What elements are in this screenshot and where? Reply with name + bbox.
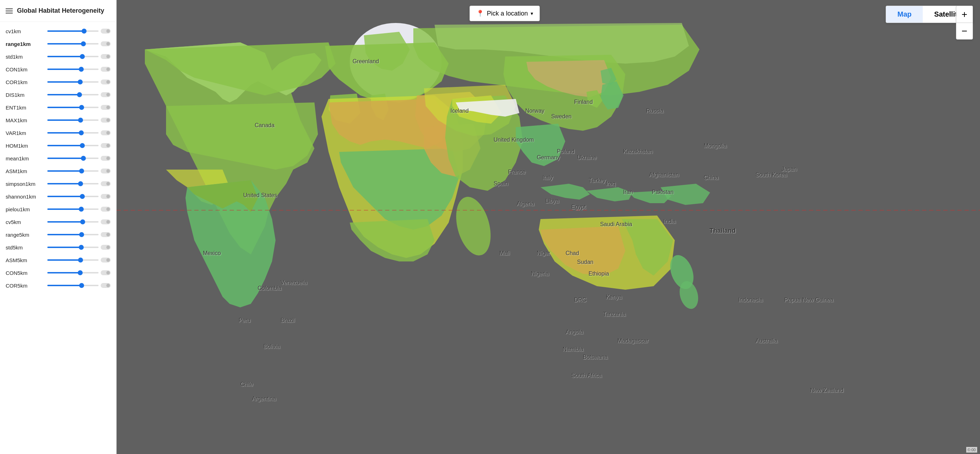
layer-row-mean1km[interactable]: mean1km [0, 152, 116, 165]
slider-thumb-pielou1km[interactable] [79, 207, 84, 212]
map-background: GreenlandCanadaUnited StatesMexicoColomb… [116, 0, 980, 454]
slider-thumb-std5km[interactable] [79, 245, 84, 250]
map-area[interactable]: GreenlandCanadaUnited StatesMexicoColomb… [116, 0, 980, 454]
slider-fill-MAX1km [47, 119, 81, 121]
slider-thumb-std1km[interactable] [80, 54, 85, 59]
slider-end-VAR1km[interactable] [101, 131, 111, 135]
slider-thumb-range5km[interactable] [79, 232, 84, 237]
slider-end-range1km[interactable] [101, 41, 111, 46]
slider-end-range5km[interactable] [101, 232, 111, 237]
slider-track-cv5km[interactable] [47, 221, 99, 223]
slider-track-CON1km[interactable] [47, 68, 99, 70]
layer-row-HOM1km[interactable]: HOM1km [0, 139, 116, 152]
slider-end-CON5km[interactable] [101, 270, 111, 275]
slider-end-HOM1km[interactable] [101, 143, 111, 148]
slider-end-ASM1km[interactable] [101, 169, 111, 174]
layer-row-simpson1km[interactable]: simpson1km [0, 177, 116, 190]
slider-track-VAR1km[interactable] [47, 132, 99, 134]
slider-end-COR5km[interactable] [101, 283, 111, 288]
layer-row-COR5km[interactable]: COR5km [0, 279, 116, 292]
slider-track-std1km[interactable] [47, 56, 99, 57]
slider-end-MAX1km[interactable] [101, 118, 111, 123]
slider-track-HOM1km[interactable] [47, 145, 99, 146]
slider-track-CON5km[interactable] [47, 272, 99, 274]
slider-thumb-COR1km[interactable] [78, 80, 83, 84]
slider-track-simpson1km[interactable] [47, 183, 99, 185]
layer-label-COR1km: COR1km [6, 79, 45, 85]
slider-track-COR1km[interactable] [47, 81, 99, 83]
slider-thumb-COR5km[interactable] [79, 283, 84, 288]
slider-thumb-shannon1km[interactable] [80, 194, 85, 199]
layer-row-ASM1km[interactable]: ASM1km [0, 165, 116, 177]
slider-container-shannon1km [47, 194, 111, 199]
slider-end-shannon1km[interactable] [101, 194, 111, 199]
slider-end-mean1km[interactable] [101, 156, 111, 161]
layer-row-VAR1km[interactable]: VAR1km [0, 126, 116, 139]
pick-location-button[interactable]: 📍 Pick a location ▾ [469, 6, 540, 21]
zoom-out-button[interactable]: − [956, 22, 973, 40]
layer-row-cv1km[interactable]: cv1km [0, 25, 116, 37]
slider-end-ASM5km[interactable] [101, 258, 111, 263]
slider-end-ENT1km[interactable] [101, 105, 111, 110]
slider-thumb-VAR1km[interactable] [79, 131, 84, 135]
slider-thumb-MAX1km[interactable] [78, 118, 83, 123]
slider-thumb-CON1km[interactable] [79, 67, 84, 72]
slider-end-DIS1km[interactable] [101, 92, 111, 97]
slider-container-pielou1km [47, 207, 111, 212]
slider-track-ENT1km[interactable] [47, 107, 99, 108]
layer-row-shannon1km[interactable]: shannon1km [0, 190, 116, 203]
layer-row-std1km[interactable]: std1km [0, 50, 116, 63]
slider-track-COR5km[interactable] [47, 285, 99, 286]
slider-track-mean1km[interactable] [47, 158, 99, 159]
slider-container-std1km [47, 54, 111, 59]
slider-track-DIS1km[interactable] [47, 94, 99, 96]
slider-track-std5km[interactable] [47, 247, 99, 248]
layer-row-MAX1km[interactable]: MAX1km [0, 114, 116, 126]
slider-track-ASM1km[interactable] [47, 170, 99, 172]
layer-row-CON5km[interactable]: CON5km [0, 266, 116, 279]
layer-row-CON1km[interactable]: CON1km [0, 63, 116, 76]
layer-row-ENT1km[interactable]: ENT1km [0, 101, 116, 114]
layer-row-COR1km[interactable]: COR1km [0, 76, 116, 88]
slider-end-std5km[interactable] [101, 245, 111, 250]
slider-end-cv1km[interactable] [101, 29, 111, 33]
slider-track-pielou1km[interactable] [47, 209, 99, 210]
slider-track-ASM5km[interactable] [47, 259, 99, 261]
layer-row-ASM5km[interactable]: ASM5km [0, 254, 116, 266]
slider-track-cv1km[interactable] [47, 30, 99, 32]
slider-track-MAX1km[interactable] [47, 119, 99, 121]
sidebar: Global Habitat Heterogeneity cv1kmrange1… [0, 0, 116, 454]
slider-fill-HOM1km [47, 145, 82, 146]
slider-thumb-DIS1km[interactable] [77, 92, 82, 97]
layer-row-cv5km[interactable]: cv5km [0, 215, 116, 228]
layer-row-std5km[interactable]: std5km [0, 241, 116, 254]
slider-end-pielou1km[interactable] [101, 207, 111, 212]
layer-row-range1km[interactable]: range1km [0, 37, 116, 50]
slider-thumb-mean1km[interactable] [81, 156, 86, 161]
hamburger-icon[interactable] [6, 8, 13, 13]
slider-end-COR1km[interactable] [101, 80, 111, 84]
slider-track-range5km[interactable] [47, 234, 99, 235]
slider-track-shannon1km[interactable] [47, 196, 99, 197]
slider-thumb-range1km[interactable] [81, 41, 86, 46]
layer-row-range5km[interactable]: range5km [0, 228, 116, 241]
slider-thumb-ASM1km[interactable] [79, 169, 84, 174]
slider-container-VAR1km [47, 131, 111, 135]
slider-thumb-CON5km[interactable] [78, 270, 83, 275]
map-type-map-button[interactable]: Map [886, 6, 923, 22]
slider-end-std1km[interactable] [101, 54, 111, 59]
slider-fill-shannon1km [47, 196, 82, 197]
slider-end-CON1km[interactable] [101, 67, 111, 72]
zoom-in-button[interactable]: + [956, 6, 973, 22]
slider-end-simpson1km[interactable] [101, 181, 111, 186]
slider-track-range1km[interactable] [47, 43, 99, 45]
slider-thumb-ENT1km[interactable] [79, 105, 84, 110]
slider-thumb-cv1km[interactable] [82, 29, 87, 33]
layer-row-pielou1km[interactable]: pielou1km [0, 203, 116, 215]
slider-thumb-ASM5km[interactable] [78, 258, 83, 263]
layer-row-DIS1km[interactable]: DIS1km [0, 88, 116, 101]
slider-thumb-simpson1km[interactable] [78, 181, 83, 186]
slider-thumb-HOM1km[interactable] [80, 143, 85, 148]
slider-thumb-cv5km[interactable] [80, 220, 85, 225]
slider-end-cv5km[interactable] [101, 220, 111, 225]
